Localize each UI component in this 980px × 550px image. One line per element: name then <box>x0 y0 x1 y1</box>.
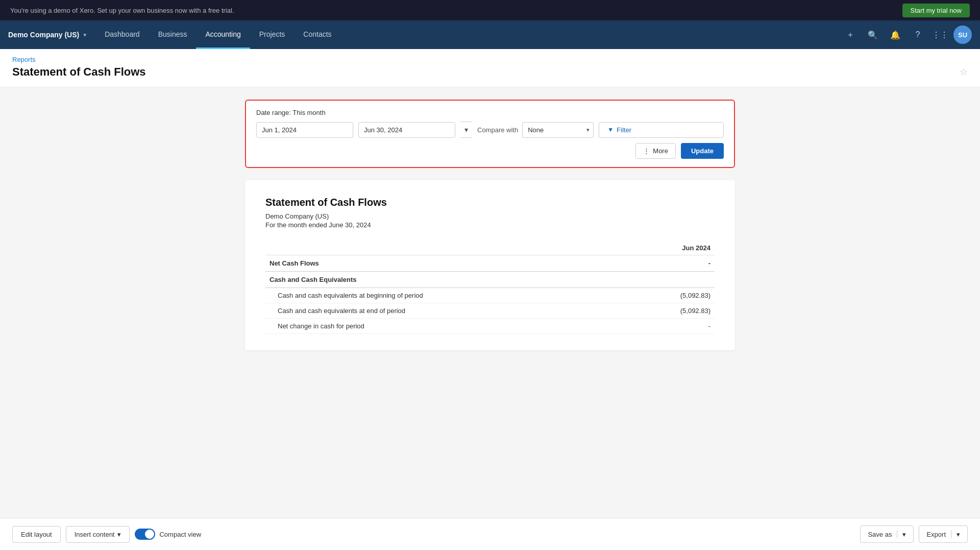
table-row: Cash and cash equivalents at end of peri… <box>265 303 715 319</box>
breadcrumb-area: Reports Statement of Cash Flows ☆ <box>0 49 980 87</box>
update-button[interactable]: Update <box>681 143 724 159</box>
insert-content-label: Insert content <box>75 531 115 536</box>
report-card: Statement of Cash Flows Demo Company (US… <box>245 180 735 350</box>
export-label: Export <box>926 531 946 536</box>
compact-view-toggle: Compact view <box>135 529 201 535</box>
favorite-button[interactable]: ☆ <box>960 66 968 78</box>
cash-equivalents-value <box>614 272 715 288</box>
compare-select[interactable]: None Previous period Previous year <box>522 122 594 138</box>
report-table: Jun 2024 Net Cash Flows - Cash and Cash … <box>265 241 715 334</box>
filter-button[interactable]: ▼ Filter <box>599 122 724 138</box>
main-navbar: Demo Company (US) ▼ Dashboard Business A… <box>0 20 980 49</box>
table-row: Net change in cash for period - <box>265 319 715 334</box>
brand-chevron-icon: ▼ <box>82 32 87 38</box>
compact-view-label: Compact view <box>159 531 201 536</box>
more-button[interactable]: ⋮ More <box>635 143 676 159</box>
row-net-change-value: - <box>614 319 715 334</box>
main-content: Date range: This month ▾ Compare with No… <box>0 87 980 535</box>
report-title: Statement of Cash Flows <box>265 197 715 208</box>
date-from-input[interactable] <box>256 122 353 138</box>
row-net-change-label: Net change in cash for period <box>265 319 614 334</box>
date-range-toggle[interactable]: ▾ <box>460 122 472 138</box>
compare-with-label: Compare with <box>477 126 518 134</box>
filter-label: Date range: This month <box>256 109 724 116</box>
col-header-label <box>265 241 614 255</box>
nav-right-actions: ＋ 🔍 🔔 ? ⋮⋮ SU <box>841 26 972 44</box>
row-beginning-value: (5,092.83) <box>614 288 715 303</box>
breadcrumb-reports[interactable]: Reports <box>12 56 36 63</box>
date-range-label: Date range: <box>256 109 291 116</box>
save-as-label: Save as <box>868 531 892 536</box>
report-company: Demo Company (US) <box>265 212 715 220</box>
page-title-area: Statement of Cash Flows ☆ <box>12 63 968 85</box>
save-as-button[interactable]: Save as ▾ <box>860 525 914 535</box>
export-separator <box>951 530 951 535</box>
compact-toggle-switch[interactable] <box>135 529 155 535</box>
table-row: Cash and cash equivalents at beginning o… <box>265 288 715 303</box>
help-button[interactable]: ? <box>909 26 927 44</box>
nav-contacts[interactable]: Contacts <box>294 20 340 49</box>
nav-projects[interactable]: Projects <box>250 20 295 49</box>
export-button[interactable]: Export ▾ <box>919 525 968 535</box>
notifications-button[interactable]: 🔔 <box>886 26 904 44</box>
col-header-period: Jun 2024 <box>614 241 715 255</box>
row-end-label: Cash and cash equivalents at end of peri… <box>265 303 614 319</box>
section-cash-equivalents: Cash and Cash Equivalents <box>265 272 715 288</box>
nav-links: Dashboard Business Accounting Projects C… <box>95 20 841 49</box>
nav-business[interactable]: Business <box>149 20 197 49</box>
more-dots-icon: ⋮ <box>643 147 650 155</box>
filter-button-label: Filter <box>617 126 631 134</box>
nav-dashboard[interactable]: Dashboard <box>95 20 149 49</box>
edit-layout-button[interactable]: Edit layout <box>12 526 61 536</box>
bottom-toolbar: Edit layout Insert content ▾ Compact vie… <box>0 518 980 535</box>
filter-bar: Date range: This month ▾ Compare with No… <box>245 100 735 168</box>
right-actions: Save as ▾ Export ▾ <box>860 525 968 535</box>
page-title: Statement of Cash Flows <box>12 65 146 79</box>
filter-funnel-icon: ▼ <box>607 126 614 133</box>
start-trial-button[interactable]: Start my trial now <box>902 4 970 17</box>
cash-equivalents-label: Cash and Cash Equivalents <box>265 272 614 288</box>
compare-with-section: Compare with None Previous period Previo… <box>477 122 594 138</box>
net-cash-flows-value: - <box>614 255 715 272</box>
save-chevron-icon: ▾ <box>902 531 906 536</box>
more-button-label: More <box>653 147 668 155</box>
section-net-cash-flows: Net Cash Flows - <box>265 255 715 272</box>
nav-accounting[interactable]: Accounting <box>196 20 250 49</box>
date-to-input[interactable] <box>358 122 455 138</box>
brand-name: Demo Company (US) <box>8 31 79 39</box>
report-period: For the month ended June 30, 2024 <box>265 221 715 229</box>
compare-select-wrapper: None Previous period Previous year ▾ <box>522 122 594 138</box>
save-separator <box>897 530 897 535</box>
insert-chevron-icon: ▾ <box>117 531 121 536</box>
brand-selector[interactable]: Demo Company (US) ▼ <box>8 31 95 39</box>
avatar[interactable]: SU <box>953 26 972 44</box>
search-button[interactable]: 🔍 <box>864 26 882 44</box>
row-end-value: (5,092.83) <box>614 303 715 319</box>
row-beginning-label: Cash and cash equivalents at beginning o… <box>265 288 614 303</box>
apps-button[interactable]: ⋮⋮ <box>931 26 949 44</box>
trial-banner: You're using a demo of Xero. Set up your… <box>0 0 980 20</box>
insert-content-button[interactable]: Insert content ▾ <box>66 526 130 536</box>
add-button[interactable]: ＋ <box>841 26 860 44</box>
filter-row: ▾ Compare with None Previous period Prev… <box>256 122 724 159</box>
banner-message: You're using a demo of Xero. Set up your… <box>10 7 234 14</box>
date-range-value: This month <box>292 109 325 116</box>
export-chevron-icon: ▾ <box>957 531 960 536</box>
net-cash-flows-label: Net Cash Flows <box>265 255 614 272</box>
